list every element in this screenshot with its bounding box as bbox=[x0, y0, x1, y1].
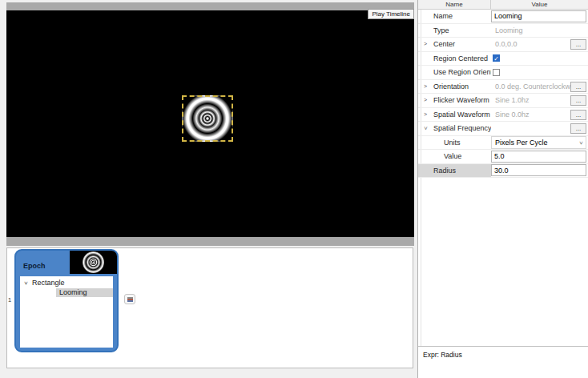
orientation-value: 0.0 deg. Counterclockwise bbox=[491, 82, 580, 90]
spatial-frequency-more-button[interactable]: ... bbox=[570, 123, 586, 134]
tree-item-rectangle[interactable]: > Rectangle bbox=[20, 279, 113, 288]
tree-item-label: Rectangle bbox=[32, 279, 65, 287]
property-label: Units bbox=[418, 136, 491, 150]
timeline-panel[interactable]: 1 Epoch > Rectangle Looming bbox=[6, 247, 413, 368]
flicker-waveform-more-button[interactable]: ... bbox=[570, 95, 586, 106]
add-epoch-icon bbox=[127, 297, 133, 302]
property-row-use-region-orientation[interactable]: Use Region Orientation bbox=[418, 66, 588, 80]
expander-expanded-icon[interactable]: > bbox=[422, 125, 429, 131]
property-row-flicker-waveform[interactable]: > Flicker Waveform Sine 1.0hz ... bbox=[418, 94, 588, 108]
property-label-text: Spatial Waveform bbox=[433, 111, 490, 119]
column-header-value: Value bbox=[491, 0, 588, 9]
name-input[interactable] bbox=[491, 10, 586, 22]
epoch-title: Epoch bbox=[23, 262, 46, 270]
property-label: Use Region Orientation bbox=[418, 66, 491, 79]
units-selected-value: Pixels Per Cycle bbox=[495, 139, 548, 147]
add-epoch-button[interactable] bbox=[124, 294, 135, 304]
property-label: Value bbox=[418, 150, 491, 163]
preview-canvas[interactable]: Play Timeline bbox=[6, 10, 414, 237]
play-timeline-button[interactable]: Play Timeline bbox=[368, 9, 414, 19]
property-inspector: Name Value Name Type Looming > Center 0.… bbox=[417, 0, 588, 378]
property-row-type[interactable]: Type Looming bbox=[418, 24, 588, 38]
spatial-waveform-value: Sine 0.0hz bbox=[491, 111, 530, 119]
property-row-name[interactable]: Name bbox=[418, 10, 588, 24]
expander-collapsed-icon[interactable]: > bbox=[422, 111, 429, 118]
property-row-spatial-waveform[interactable]: > Spatial Waveform Sine 0.0hz ... bbox=[418, 108, 588, 123]
flicker-waveform-value: Sine 1.0hz bbox=[491, 96, 530, 104]
epoch-thumbnail bbox=[70, 251, 117, 274]
orientation-more-button[interactable]: ... bbox=[570, 82, 586, 92]
property-label-text: Spatial Frequency bbox=[433, 124, 491, 132]
tree-expander-icon[interactable]: > bbox=[22, 280, 30, 287]
center-value: 0.0,0.0 bbox=[491, 40, 518, 48]
property-label-text: Center bbox=[433, 40, 455, 48]
dropdown-chevron-icon: > bbox=[578, 141, 583, 144]
expression-status: Expr: Radius bbox=[418, 346, 588, 377]
property-label: > Spatial Frequency bbox=[418, 122, 491, 135]
region-centered-checkbox[interactable]: ✓ bbox=[493, 54, 500, 62]
property-label: Region Centered bbox=[418, 52, 491, 66]
property-label-text: Orientation bbox=[433, 82, 469, 90]
expander-collapsed-icon[interactable]: > bbox=[422, 41, 429, 47]
looming-thumbnail-icon bbox=[83, 251, 104, 273]
property-row-orientation[interactable]: > Orientation 0.0 deg. Counterclockwise … bbox=[418, 80, 588, 94]
property-row-spatial-frequency[interactable]: > Spatial Frequency ... bbox=[418, 122, 588, 136]
type-value: Looming bbox=[491, 26, 523, 34]
property-label: > Spatial Waveform bbox=[418, 108, 491, 122]
property-label: > Center bbox=[418, 38, 491, 51]
preview-window: Play Timeline bbox=[6, 2, 414, 246]
property-row-center[interactable]: > Center 0.0,0.0 ... bbox=[418, 38, 588, 52]
preview-bottom-bar bbox=[6, 237, 414, 246]
units-dropdown[interactable]: Pixels Per Cycle > bbox=[491, 136, 586, 149]
tree-item-looming[interactable]: Looming bbox=[56, 288, 113, 297]
expander-collapsed-icon[interactable]: > bbox=[422, 97, 429, 103]
looming-stimulus-selected[interactable] bbox=[182, 95, 233, 142]
column-header-name: Name bbox=[418, 0, 491, 9]
inspector-column-headers: Name Value bbox=[418, 0, 588, 10]
property-label: Radius bbox=[418, 164, 491, 178]
epoch-card[interactable]: Epoch > Rectangle Looming bbox=[14, 249, 119, 352]
inspector-empty-area bbox=[418, 178, 588, 346]
property-row-units[interactable]: Units Pixels Per Cycle > bbox=[418, 136, 588, 151]
property-label: > Orientation bbox=[418, 80, 491, 94]
property-row-radius[interactable]: Radius bbox=[418, 164, 588, 179]
expander-collapsed-icon[interactable]: > bbox=[422, 83, 429, 90]
property-label: > Flicker Waveform bbox=[418, 94, 491, 107]
center-more-button[interactable]: ... bbox=[570, 39, 586, 50]
property-label: Type bbox=[418, 24, 491, 38]
value-input[interactable] bbox=[491, 151, 586, 163]
use-region-orientation-checkbox[interactable] bbox=[493, 69, 500, 76]
radius-input[interactable] bbox=[491, 164, 586, 176]
timeline-row-number: 1 bbox=[8, 296, 11, 304]
spatial-waveform-more-button[interactable]: ... bbox=[570, 110, 586, 120]
property-label: Name bbox=[418, 10, 491, 23]
epoch-stimulus-tree: > Rectangle Looming bbox=[20, 276, 113, 348]
property-label-text: Flicker Waveform bbox=[433, 96, 489, 104]
preview-top-bar bbox=[6, 2, 414, 10]
property-row-region-centered[interactable]: Region Centered ✓ bbox=[418, 52, 588, 66]
property-row-value[interactable]: Value bbox=[418, 150, 588, 164]
